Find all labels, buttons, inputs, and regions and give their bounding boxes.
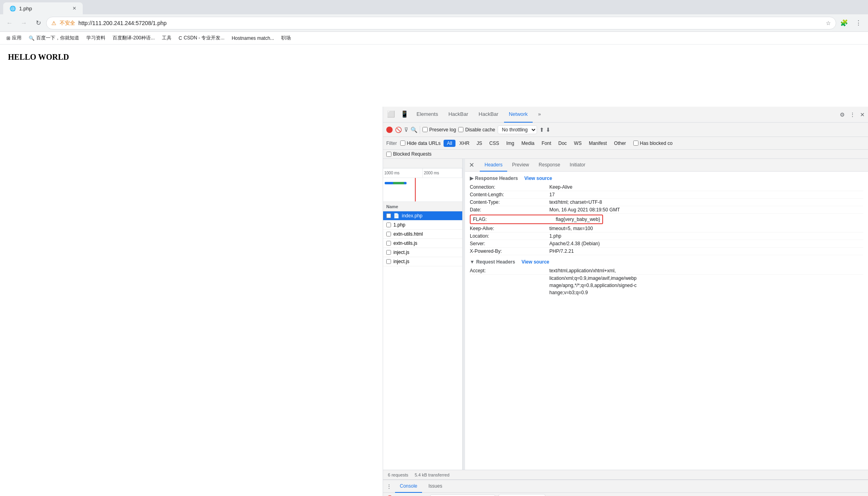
- back-button[interactable]: ←: [3, 17, 16, 29]
- devtools-icon-elements[interactable]: ⬜: [385, 107, 397, 123]
- close-devtools-button[interactable]: ✕: [858, 110, 866, 119]
- filter-ws-button[interactable]: WS: [571, 140, 585, 147]
- tab-bar: 🌐 1.php ✕: [0, 0, 868, 14]
- file-checkbox-index[interactable]: [386, 213, 391, 218]
- header-date-value: Mon, 16 Aug 2021 08:19:50 GMT: [549, 207, 620, 213]
- header-location-name: Location:: [470, 233, 549, 239]
- hide-data-urls-input[interactable]: [400, 141, 405, 146]
- filter-css-button[interactable]: CSS: [486, 140, 502, 147]
- vertical-dots-icon[interactable]: ⋮: [848, 110, 857, 119]
- response-headers-section: ▶ Response Headers View source: [470, 175, 863, 182]
- preserve-log-input[interactable]: [422, 127, 428, 132]
- tab-more[interactable]: »: [533, 107, 546, 123]
- stop-icon[interactable]: 🚫: [395, 127, 402, 133]
- file-checkbox-1php[interactable]: [386, 223, 391, 227]
- blocked-requests-input[interactable]: [386, 152, 391, 157]
- header-content-type-value: text/html; charset=UTF-8: [549, 199, 602, 205]
- tab-hackbar1[interactable]: HackBar: [444, 107, 473, 123]
- preserve-log-checkbox[interactable]: Preserve log: [422, 127, 456, 133]
- tick-2000: 2000 ms: [423, 168, 463, 178]
- file-item-index[interactable]: 📄 index.php: [383, 211, 462, 221]
- tab-elements-label: Elements: [416, 111, 438, 117]
- reload-button[interactable]: ↻: [32, 17, 45, 29]
- view-source-link[interactable]: View source: [524, 176, 552, 181]
- tab-initiator[interactable]: Initiator: [565, 159, 590, 172]
- header-content-type: Content-Type: text/html; charset=UTF-8: [470, 199, 863, 206]
- settings-icon-button[interactable]: ⚙: [838, 110, 847, 119]
- filter-img-button[interactable]: Img: [503, 140, 518, 147]
- file-item-extn-html[interactable]: extn-utils.html: [383, 230, 462, 239]
- filter-bar: Filter Hide data URLs All XHR JS CSS Img…: [383, 137, 868, 150]
- address-bar[interactable]: ⚠ 不安全 http://111.200.241.244:57208/1.php…: [46, 17, 836, 29]
- tab-response[interactable]: Response: [534, 159, 565, 172]
- file-name-index: index.php: [402, 213, 422, 219]
- bookmark-baidu[interactable]: 🔍 百度一下，你就知道: [25, 34, 82, 42]
- header-accept-name: Accept:: [470, 268, 549, 273]
- nav-bar: ← → ↻ ⚠ 不安全 http://111.200.241.244:57208…: [0, 14, 868, 32]
- hide-data-urls-checkbox[interactable]: Hide data URLs: [400, 141, 441, 146]
- file-item-inject1[interactable]: inject.js: [383, 248, 462, 257]
- browser-tab[interactable]: 🌐 1.php ✕: [3, 2, 83, 14]
- filter-other-button[interactable]: Other: [611, 140, 629, 147]
- has-blocked-input[interactable]: [633, 141, 638, 146]
- file-item-inject2[interactable]: inject.js: [383, 257, 462, 266]
- header-date-name: Date:: [470, 207, 549, 213]
- bookmark-tools[interactable]: 工具: [159, 34, 175, 42]
- request-view-source-link[interactable]: View source: [522, 259, 549, 265]
- hide-data-urls-label: Hide data URLs: [407, 141, 441, 146]
- header-content-length: Content-Length: 17: [470, 191, 863, 199]
- tab-hackbar2[interactable]: HackBar: [474, 107, 503, 123]
- request-headers-title: Request Headers: [476, 259, 515, 265]
- preserve-log-label: Preserve log: [429, 127, 456, 133]
- filter-all-button[interactable]: All: [444, 140, 455, 147]
- console-menu-icon[interactable]: ⋮: [386, 483, 392, 490]
- filter-manifest-button[interactable]: Manifest: [586, 140, 610, 147]
- bookmark-hostnames[interactable]: Hostnames match...: [228, 35, 277, 42]
- blocked-requests-checkbox[interactable]: Blocked Requests: [386, 151, 432, 157]
- bookmark-translate[interactable]: 百度翻译-200种语...: [109, 34, 158, 42]
- forward-button[interactable]: →: [18, 17, 30, 29]
- tab-close-icon[interactable]: ✕: [72, 6, 76, 11]
- request-headers-toggle[interactable]: ▼ Request Headers View source: [470, 258, 863, 266]
- tab-issues[interactable]: Issues: [424, 480, 447, 493]
- file-checkbox-inject2[interactable]: [386, 259, 391, 264]
- close-headers-button[interactable]: ✕: [467, 160, 477, 170]
- filter-js-button[interactable]: JS: [473, 140, 485, 147]
- filter-xhr-button[interactable]: XHR: [456, 140, 473, 147]
- menu-button[interactable]: ⋮: [852, 17, 865, 29]
- devtools-panel: ⬜ 📱 Elements HackBar HackBar Network » ⚙…: [383, 107, 868, 496]
- header-flag-value: flag{very_baby_web}: [556, 217, 600, 222]
- file-icon-index: 📄: [393, 213, 399, 219]
- tab-elements[interactable]: Elements: [412, 107, 443, 123]
- response-headers-toggle[interactable]: ▶ Response Headers View source: [470, 175, 863, 182]
- search-icon[interactable]: 🔍: [411, 127, 417, 133]
- has-blocked-checkbox[interactable]: Has blocked co: [633, 141, 673, 146]
- file-item-extn-js[interactable]: extn-utils.js: [383, 239, 462, 248]
- filter-doc-button[interactable]: Doc: [555, 140, 570, 147]
- bookmark-csdn[interactable]: C CSDN - 专业开发...: [175, 34, 228, 42]
- throttle-select[interactable]: No throttling: [498, 125, 537, 134]
- console-level-select[interactable]: Default levels ▼: [498, 494, 545, 496]
- file-item-1php[interactable]: 1.php: [383, 221, 462, 230]
- file-checkbox-extn-js[interactable]: [386, 241, 391, 246]
- tab-console[interactable]: Console: [395, 480, 422, 493]
- bookmark-workplace[interactable]: 职场: [278, 34, 294, 42]
- console-search-input[interactable]: [430, 494, 495, 496]
- tab-network[interactable]: Network: [504, 107, 533, 123]
- file-checkbox-inject1[interactable]: [386, 250, 391, 255]
- tab-preview[interactable]: Preview: [507, 159, 534, 172]
- extensions-button[interactable]: 🧩: [838, 17, 850, 29]
- file-checkbox-extn-html[interactable]: [386, 232, 391, 236]
- star-icon[interactable]: ☆: [826, 20, 831, 26]
- bookmark-study[interactable]: 学习资料: [83, 34, 109, 42]
- filter-media-button[interactable]: Media: [518, 140, 538, 147]
- bookmark-apps[interactable]: ⊞ 应用: [3, 34, 25, 42]
- tab-issues-label: Issues: [428, 483, 442, 489]
- disable-cache-input[interactable]: [458, 127, 463, 132]
- record-button[interactable]: [386, 127, 393, 133]
- filter-icon[interactable]: ⊽: [404, 127, 408, 133]
- filter-font-button[interactable]: Font: [538, 140, 554, 147]
- tab-headers[interactable]: Headers: [480, 159, 507, 172]
- devtools-icon-device[interactable]: 📱: [398, 107, 411, 123]
- disable-cache-checkbox[interactable]: Disable cache: [458, 127, 495, 133]
